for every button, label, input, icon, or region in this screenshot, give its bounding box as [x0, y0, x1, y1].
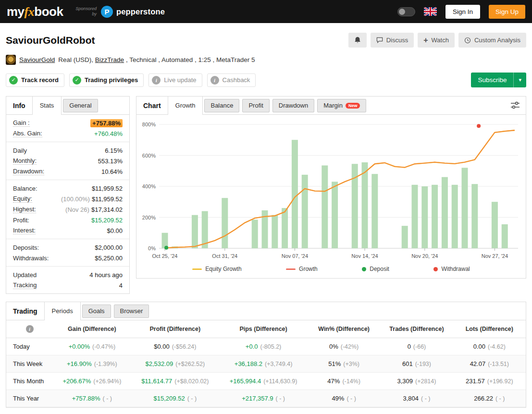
column-header: Win% (Difference) — [308, 320, 380, 338]
account-owner-link[interactable]: SaviourGold — [19, 56, 55, 63]
chevron-down-icon[interactable]: ▾ — [513, 73, 526, 87]
tab-margin[interactable]: Margin New — [317, 99, 366, 112]
logo-fx: fx — [25, 5, 35, 19]
line-swatch — [286, 268, 296, 270]
table-row: This Year+757.88%( - )$15,209.52( - )+21… — [6, 390, 526, 407]
tab-growth[interactable]: Growth — [168, 97, 203, 115]
plus-icon: + — [423, 37, 428, 44]
info-row-label: Highest: — [13, 206, 36, 213]
growth-chart[interactable]: 0%200%400%600%800%Oct 25, '24Oct 31, '24… — [136, 115, 526, 264]
info-row-label: Abs. Gain: — [13, 130, 42, 137]
tab-goals[interactable]: Goals — [82, 304, 111, 318]
speech-bubble-icon — [376, 37, 383, 43]
table-row: This Month+206.67%(+26.94%)$11,614.77(+$… — [6, 373, 526, 390]
svg-text:Nov 14, '24: Nov 14, '24 — [351, 253, 378, 259]
table-cell: 51%(+3%) — [308, 355, 380, 373]
table-cell: 231.57(+196.92) — [453, 373, 526, 390]
theme-toggle[interactable] — [397, 7, 415, 16]
tab-profit[interactable]: Profit — [242, 99, 269, 112]
table-cell: +217,357.9( - ) — [219, 390, 308, 407]
page-title: SaviourGoldRobot — [6, 35, 95, 46]
info-row-value: 4 — [119, 282, 123, 289]
legend-label: Withdrawal — [441, 266, 470, 272]
notifications-button[interactable] — [348, 33, 367, 48]
svg-text:400%: 400% — [142, 183, 156, 189]
tab-balance[interactable]: Balance — [204, 99, 239, 112]
clock-icon — [464, 37, 471, 44]
myfxbook-logo[interactable]: myfxbook — [7, 5, 63, 18]
info-row: Tracking4 — [6, 280, 129, 291]
badge-label: Cashback — [223, 76, 250, 84]
dot-swatch — [362, 267, 366, 271]
table-row: Today+0.00%(-0.47%)$0.00(-$56.24)+0.0(-8… — [6, 338, 526, 355]
info-icon: i — [152, 76, 161, 85]
table-row: This Week+16.90%(-1.39%)$2,532.09(+$262.… — [6, 355, 526, 373]
periods-table-body: Today+0.00%(-0.47%)$0.00(-$56.24)+0.0(-8… — [6, 338, 526, 407]
discuss-button[interactable]: Discuss — [371, 33, 414, 48]
pepperstone-icon: P — [101, 6, 113, 18]
chart-legend: Equity GrowthGrowthDepositWithdrawal — [136, 264, 526, 278]
info-row-value: 6.15% — [105, 147, 123, 154]
table-cell: +206.67%(+26.94%) — [53, 373, 131, 390]
watch-button[interactable]: + Watch — [418, 33, 455, 48]
info-panel-title: Info — [6, 102, 32, 110]
pepperstone-logo[interactable]: P pepperstone — [101, 6, 165, 18]
tab-general[interactable]: General — [63, 99, 98, 112]
table-cell: 0.00(-4.62) — [453, 338, 526, 355]
custom-analysis-label: Custom Analysis — [474, 37, 520, 44]
info-row-value: 10.64% — [101, 168, 123, 175]
trading-panel-title: Trading — [6, 307, 44, 315]
badge-cashback[interactable]: i Cashback — [207, 73, 256, 87]
info-row-value: $2,000.00 — [95, 244, 123, 251]
info-icon[interactable]: i — [26, 325, 34, 333]
info-row-value: 4 hours ago — [89, 271, 123, 279]
uk-flag-icon[interactable] — [424, 7, 437, 16]
sign-in-button[interactable]: Sign In — [445, 5, 480, 19]
badge-trading-privileges[interactable]: ✓ Trading privileges — [69, 73, 144, 87]
table-cell: 0(-66) — [380, 338, 453, 355]
broker-link[interactable]: BizzTrade — [95, 56, 124, 63]
table-cell: 42.07(-13.51) — [453, 355, 526, 373]
info-row-label: Equity: — [13, 195, 32, 203]
subscribe-button[interactable]: Subscribe ▾ — [471, 73, 526, 87]
tab-browser[interactable]: Browser — [114, 304, 149, 318]
settings-sliders-icon[interactable] — [510, 101, 520, 111]
svg-text:Oct 31, '24: Oct 31, '24 — [212, 253, 237, 259]
info-row: Equity:(100.00%)$11,959.52 — [6, 194, 129, 204]
subscribe-label: Subscribe — [471, 73, 513, 87]
sign-up-button[interactable]: Sign Up — [489, 5, 525, 19]
table-cell: +0.00%(-0.47%) — [53, 338, 131, 355]
tab-periods[interactable]: Periods — [44, 302, 81, 320]
badge-track-record[interactable]: ✓ Track record — [6, 73, 64, 87]
row-label: This Week — [6, 355, 53, 373]
info-rows: Gain :+757.88%Abs. Gain:+760.48%Daily6.1… — [6, 115, 129, 293]
table-cell: 0%(-42%) — [308, 338, 380, 355]
table-cell: 266.22( - ) — [453, 390, 526, 407]
badge-label: Trading privileges — [85, 76, 138, 84]
info-row-label: Interest: — [13, 227, 36, 234]
line-swatch — [192, 268, 202, 270]
svg-text:0%: 0% — [148, 245, 156, 251]
info-row: Withdrawals:$5,250.00 — [6, 253, 129, 263]
legend-label: Deposit — [370, 266, 389, 272]
info-row: Daily6.15% — [6, 145, 129, 156]
info-row-value: $15,209.52 — [91, 217, 123, 224]
info-row-label: Balance: — [13, 185, 37, 192]
badge-live-update[interactable]: i Live update — [148, 73, 202, 87]
custom-analysis-button[interactable]: Custom Analysis — [458, 33, 526, 48]
info-column-header: i — [6, 320, 53, 338]
table-cell: +0.0(-805.2) — [219, 338, 308, 355]
info-icon: i — [210, 76, 219, 85]
info-row-value: (100.00%)$11,959.52 — [61, 195, 123, 203]
info-row-value: $0.00 — [107, 227, 123, 234]
avatar[interactable] — [6, 55, 16, 65]
info-row: Monthly:553.13% — [6, 156, 129, 166]
info-row-label: Updated — [13, 271, 37, 279]
badge-label: Live update — [164, 76, 196, 84]
tab-drawdown[interactable]: Drawdown — [272, 99, 314, 112]
logo-my: my — [7, 4, 25, 19]
tab-stats[interactable]: Stats — [32, 97, 62, 115]
table-cell: $15,209.52( - ) — [131, 390, 219, 407]
info-row: Highest:(Nov 26)$17,314.02 — [6, 204, 129, 215]
svg-text:800%: 800% — [142, 122, 156, 127]
